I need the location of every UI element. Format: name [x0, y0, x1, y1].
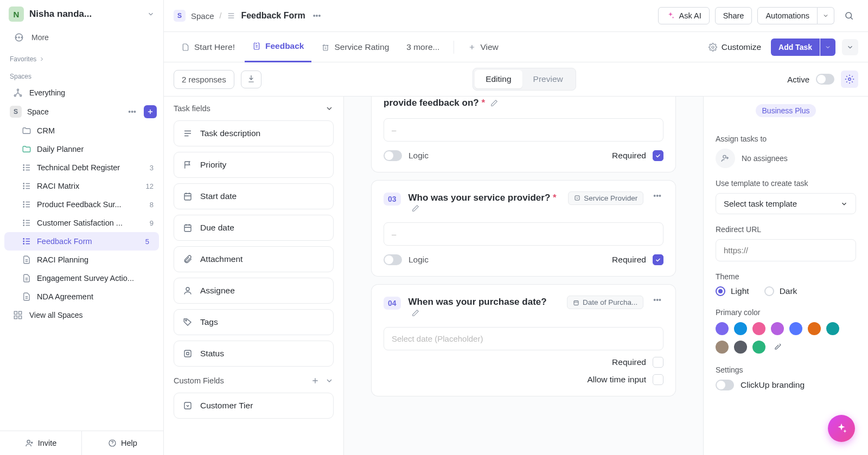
chevron-down-icon[interactable] — [325, 376, 334, 385]
help-button[interactable]: Help — [81, 431, 163, 455]
field-due-date[interactable]: Due date — [174, 215, 334, 241]
space-menu[interactable]: ••• — [126, 106, 138, 117]
add-task-dropdown[interactable] — [820, 39, 835, 56]
preview-tab[interactable]: Preview — [522, 70, 574, 88]
theme-light[interactable]: Light — [716, 286, 749, 296]
sidebar-item-daily-planner[interactable]: Daily Planner — [0, 140, 163, 158]
question-card-3[interactable]: 03 Who was your service provider? * Serv… — [372, 181, 675, 277]
branding-toggle[interactable] — [716, 380, 734, 390]
question-date-input[interactable]: Select date (Placeholder) — [384, 327, 663, 350]
space-row[interactable]: S Space ••• — [0, 102, 163, 121]
sidebar-item-csat[interactable]: Customer Satisfaction ... 9 — [0, 214, 163, 232]
invite-button[interactable]: Invite — [0, 431, 81, 455]
logic-toggle[interactable] — [384, 254, 402, 265]
sidebar-item-engagement[interactable]: Engagement Survey Actio... — [0, 269, 163, 287]
color-swatch[interactable] — [771, 322, 784, 335]
color-swatch[interactable] — [716, 322, 729, 335]
field-attachment[interactable]: Attachment — [174, 246, 334, 272]
color-swatch[interactable] — [789, 322, 802, 335]
color-swatch[interactable] — [734, 322, 747, 335]
download-responses[interactable] — [241, 71, 261, 88]
tab-feedback[interactable]: Feedback — [245, 32, 312, 62]
task-fields-header[interactable]: Task fields — [174, 104, 334, 113]
logic-toggle[interactable] — [384, 150, 402, 161]
color-swatch[interactable] — [716, 341, 729, 354]
question-input[interactable]: – — [384, 222, 663, 246]
assignee-picker[interactable]: No assignees — [716, 149, 856, 168]
everything-nav[interactable]: Everything — [0, 84, 163, 102]
search-button[interactable] — [840, 7, 858, 25]
field-assignee[interactable]: Assignee — [174, 278, 334, 304]
list-icon — [22, 218, 31, 228]
question-card-partial[interactable]: provide feedback on? * – Logic Required — [372, 97, 675, 172]
item-count: 8 — [150, 201, 154, 209]
tab-service-rating[interactable]: Service Rating — [314, 32, 397, 62]
doc-icon — [22, 292, 31, 302]
color-swatch[interactable] — [752, 341, 765, 354]
field-priority[interactable]: Priority — [174, 152, 334, 178]
question-card-4[interactable]: 04 When was your purchase date? Date of … — [372, 285, 675, 396]
tabs-overflow[interactable]: 3 more... — [399, 32, 447, 62]
share-button[interactable]: Share — [715, 7, 752, 24]
question-number: 04 — [384, 297, 401, 310]
breadcrumb-page[interactable]: Feedback Form — [241, 11, 305, 21]
question-menu[interactable]: ••• — [651, 296, 663, 304]
sidebar-more[interactable]: More — [0, 28, 163, 49]
plus-icon[interactable] — [311, 376, 320, 385]
editing-tab[interactable]: Editing — [475, 70, 522, 88]
customize-button[interactable]: Customize — [701, 32, 769, 62]
add-task-button[interactable]: Add Task — [771, 39, 820, 56]
color-picker[interactable] — [771, 341, 784, 354]
allow-time-checkbox[interactable] — [653, 374, 663, 385]
question-input[interactable]: – — [384, 118, 663, 142]
template-select[interactable]: Select task template — [716, 193, 856, 214]
automations-dropdown[interactable] — [818, 7, 834, 24]
field-tags[interactable]: Tags — [174, 309, 334, 335]
redirect-url-input[interactable] — [716, 239, 856, 261]
favorites-section[interactable]: Favorites — [0, 49, 163, 66]
required-checkbox[interactable] — [653, 254, 663, 265]
space-add[interactable] — [144, 105, 157, 118]
sidebar-item-raci-matrix[interactable]: RACI Matrix 12 — [0, 177, 163, 195]
sidebar-item-nda[interactable]: NDA Agreement — [0, 287, 163, 306]
form-settings-button[interactable] — [841, 71, 858, 88]
everything-label: Everything — [29, 88, 65, 97]
sidebar-item-crm[interactable]: CRM — [0, 121, 163, 140]
chevron-down-icon — [840, 200, 848, 208]
breadcrumb-space-badge[interactable]: S — [174, 10, 186, 22]
sidebar-item-feedback-form[interactable]: Feedback Form 5 — [4, 232, 159, 251]
ai-fab[interactable] — [828, 415, 855, 442]
field-task-description[interactable]: Task description — [174, 120, 334, 146]
add-view[interactable]: View — [461, 32, 506, 62]
color-swatch[interactable] — [734, 341, 747, 354]
question-menu[interactable]: ••• — [651, 191, 663, 200]
edit-title[interactable] — [490, 99, 498, 108]
field-badge[interactable]: Date of Purcha... — [567, 296, 643, 309]
sidebar-item-product-feedback[interactable]: Product Feedback Sur... 8 — [0, 195, 163, 214]
required-checkbox[interactable] — [653, 150, 663, 161]
theme-dark[interactable]: Dark — [764, 286, 797, 296]
responses-pill[interactable]: 2 responses — [174, 70, 234, 89]
tab-start-here[interactable]: Start Here! — [174, 32, 242, 62]
automations-button[interactable]: Automations — [757, 7, 818, 24]
field-badge[interactable]: Service Provider — [568, 191, 643, 205]
view-menu[interactable] — [842, 39, 858, 55]
color-swatch[interactable] — [752, 322, 765, 335]
breadcrumb-space[interactable]: Space — [191, 11, 214, 21]
plan-badge[interactable]: Business Plus — [756, 104, 816, 117]
sidebar-item-raci-planning[interactable]: RACI Planning — [0, 251, 163, 269]
view-all-spaces[interactable]: View all Spaces — [0, 306, 163, 324]
active-toggle[interactable] — [816, 74, 834, 85]
ask-ai-button[interactable]: Ask AI — [658, 7, 710, 24]
field-start-date[interactable]: Start date — [174, 183, 334, 209]
color-swatch[interactable] — [826, 322, 839, 335]
color-swatch[interactable] — [808, 322, 821, 335]
required-checkbox[interactable] — [653, 357, 663, 368]
workspace-switcher[interactable]: N Nisha nanda... — [0, 0, 163, 28]
edit-title[interactable] — [412, 204, 419, 214]
field-status[interactable]: Status — [174, 341, 334, 367]
sidebar-item-tech-debt[interactable]: Technical Debt Register 3 — [0, 158, 163, 177]
breadcrumb-menu[interactable]: ••• — [311, 10, 323, 21]
edit-title[interactable] — [412, 309, 419, 318]
field-customer-tier[interactable]: Customer Tier — [174, 393, 334, 419]
